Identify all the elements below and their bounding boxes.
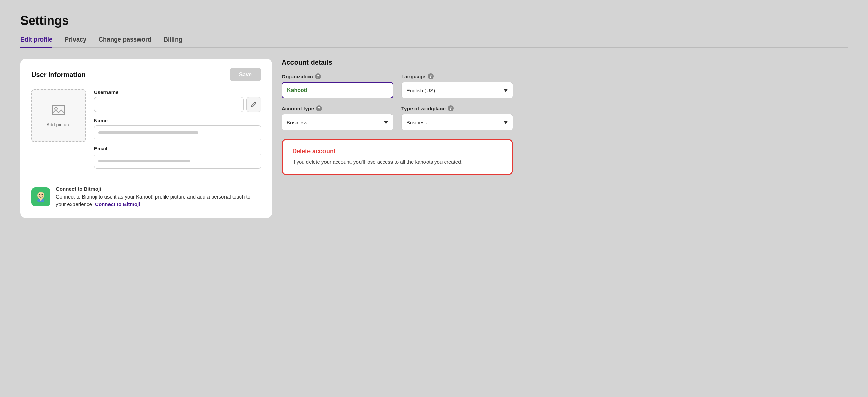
bitmoji-description: Connect to Bitmoji to use it as your Kah… [56,194,250,207]
delete-account-title[interactable]: Delete account [292,148,502,155]
language-help-icon[interactable]: ? [428,73,434,79]
svg-rect-0 [52,105,65,115]
organization-label: Organization [282,74,313,79]
svg-point-4 [39,194,40,195]
avatar-label: Add picture [47,122,71,127]
user-info-row: Add picture Username [31,89,261,169]
workplace-label: Type of workplace [401,106,446,111]
avatar-box[interactable]: Add picture [31,89,86,142]
svg-point-7 [40,198,42,201]
organization-input[interactable] [282,82,393,98]
account-type-select-wrapper: Business [282,114,393,130]
organization-help-icon[interactable]: ? [315,73,321,79]
username-input[interactable] [94,97,244,112]
tab-privacy[interactable]: Privacy [65,36,86,48]
language-label: Language [401,74,425,79]
name-input[interactable] [94,125,261,140]
email-field-group: Email [94,146,261,169]
save-button[interactable]: Save [230,68,261,81]
bitmoji-connect-link[interactable]: Connect to Bitmoji [95,201,140,207]
user-information-panel: User information Save Add picture [20,59,272,218]
username-label: Username [94,89,261,95]
delete-account-description: If you delete your account, you'll lose … [292,158,502,166]
email-input[interactable] [94,154,261,169]
tab-change-password[interactable]: Change password [99,36,151,48]
account-type-field-group: Account type ? Business [282,105,393,130]
workplace-help-icon[interactable]: ? [448,105,454,111]
account-grid: Organization ? Language ? English (US) [282,73,513,130]
email-label: Email [94,146,261,152]
language-select-wrapper: English (US) [401,82,513,98]
form-fields: Username Name [94,89,261,169]
username-input-wrapper [94,97,261,112]
tab-edit-profile[interactable]: Edit profile [20,36,52,48]
content-area: User information Save Add picture [20,59,848,218]
delete-account-card: Delete account If you delete your accoun… [282,139,513,175]
account-type-select[interactable]: Business [282,114,393,130]
user-info-title: User information [31,71,86,79]
account-details-panel: Account details Organization ? Language … [282,59,513,175]
name-label: Name [94,117,261,123]
page-title: Settings [20,14,848,28]
edit-username-button[interactable] [246,97,261,112]
organization-label-row: Organization ? [282,73,393,79]
tab-billing[interactable]: Billing [164,36,182,48]
account-details-title: Account details [282,59,513,66]
tabs-container: Edit profile Privacy Change password Bil… [20,36,848,48]
image-icon [52,104,65,119]
workplace-field-group: Type of workplace ? Business [401,105,513,130]
svg-point-5 [42,194,43,195]
account-type-help-icon[interactable]: ? [316,105,322,111]
language-label-row: Language ? [401,73,513,79]
divider [31,177,261,177]
bitmoji-section: Connect to Bitmoji Connect to Bitmoji to… [31,185,261,208]
bitmoji-text: Connect to Bitmoji Connect to Bitmoji to… [56,185,261,208]
account-type-label-row: Account type ? [282,105,393,111]
svg-point-1 [55,107,57,110]
svg-point-3 [37,192,44,199]
organization-field-group: Organization ? [282,73,393,98]
workplace-select-wrapper: Business [401,114,513,130]
language-select[interactable]: English (US) [401,82,513,98]
account-type-label: Account type [282,106,314,111]
panel-header: User information Save [31,68,261,81]
bitmoji-title: Connect to Bitmoji [56,186,101,192]
workplace-label-row: Type of workplace ? [401,105,513,111]
name-field-group: Name [94,117,261,140]
username-field-group: Username [94,89,261,112]
workplace-select[interactable]: Business [401,114,513,130]
language-field-group: Language ? English (US) [401,73,513,98]
bitmoji-icon [31,187,50,206]
